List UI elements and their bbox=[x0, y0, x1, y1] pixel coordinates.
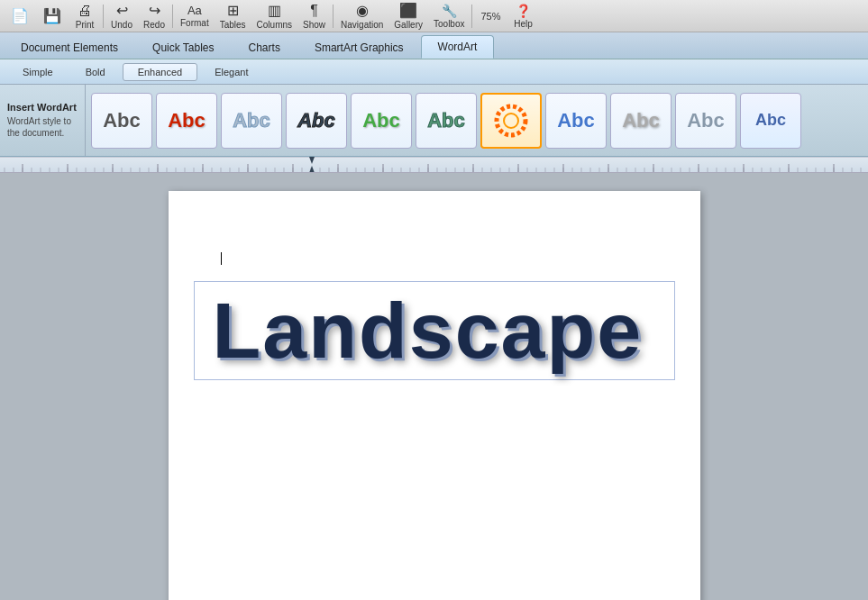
style-tab-elegant[interactable]: Elegant bbox=[199, 63, 263, 81]
show-button[interactable]: ¶ Show bbox=[297, 1, 331, 32]
gallery-label: Gallery bbox=[394, 20, 423, 30]
wordart-style-11[interactable]: Abc bbox=[740, 93, 801, 149]
tables-label: Tables bbox=[220, 20, 246, 30]
navigation-icon: ◉ bbox=[356, 2, 369, 19]
orange-ring-icon bbox=[492, 102, 530, 140]
gallery-button[interactable]: ⬛ Gallery bbox=[388, 1, 428, 32]
wordart-style-5-label: Abc bbox=[362, 109, 400, 132]
wordart-style-8[interactable]: Abc bbox=[545, 93, 607, 149]
tables-icon: ⊞ bbox=[227, 2, 239, 19]
tab-smartart-graphics[interactable]: SmartArt Graphics bbox=[297, 35, 421, 59]
zoom-button[interactable]: 75% bbox=[474, 1, 507, 32]
columns-button[interactable]: ▥ Columns bbox=[251, 1, 297, 32]
redo-label: Redo bbox=[143, 20, 165, 30]
tab-quick-tables[interactable]: Quick Tables bbox=[135, 35, 231, 59]
help-button[interactable]: ❓ Help bbox=[507, 1, 539, 32]
style-tab-enhanced[interactable]: Enhanced bbox=[123, 63, 198, 81]
svg-rect-6 bbox=[0, 157, 868, 173]
redo-button[interactable]: ↪ Redo bbox=[138, 1, 170, 32]
wordart-style-9-label: Abc bbox=[622, 109, 660, 132]
wordart-style-1-label: Abc bbox=[103, 109, 141, 132]
save-icon: 💾 bbox=[43, 7, 61, 24]
toolbox-label: Toolbox bbox=[434, 19, 464, 29]
help-label: Help bbox=[514, 19, 533, 29]
style-tab-simple[interactable]: Simple bbox=[7, 63, 69, 81]
undo-label: Undo bbox=[111, 20, 132, 30]
wordart-sidebar-title: Insert WordArt bbox=[7, 102, 78, 113]
wordart-style-6[interactable]: Abc bbox=[416, 93, 477, 149]
tables-button[interactable]: ⊞ Tables bbox=[215, 1, 251, 32]
wordart-style-tabs: Simple Bold Enhanced Elegant bbox=[0, 59, 868, 85]
wordart-style-11-label: Abc bbox=[755, 111, 786, 130]
format-icon: Aa bbox=[187, 4, 202, 17]
main-content: Landscape bbox=[0, 173, 868, 600]
print-icon: 🖨 bbox=[78, 3, 92, 19]
separator-4 bbox=[471, 5, 472, 28]
wordart-panel: Insert WordArt WordArt style to the docu… bbox=[0, 85, 868, 157]
toolbox-icon: 🔧 bbox=[442, 4, 457, 18]
tab-document-elements[interactable]: Document Elements bbox=[4, 35, 135, 59]
svg-point-0 bbox=[497, 106, 525, 135]
toolbox-button[interactable]: 🔧 Toolbox bbox=[428, 1, 470, 32]
format-button[interactable]: Aa Format bbox=[175, 1, 215, 32]
separator-2 bbox=[172, 5, 173, 28]
wordart-sidebar: Insert WordArt WordArt style to the docu… bbox=[0, 85, 86, 156]
navigation-label: Navigation bbox=[341, 20, 383, 30]
separator-3 bbox=[333, 5, 333, 28]
new-icon: 📄 bbox=[11, 7, 29, 24]
show-icon: ¶ bbox=[310, 3, 318, 19]
text-cursor bbox=[221, 252, 222, 265]
undo-icon: ↩ bbox=[116, 2, 128, 19]
wordart-style-4-label: Abc bbox=[297, 109, 335, 132]
print-label: Print bbox=[76, 20, 95, 30]
undo-button[interactable]: ↩ Undo bbox=[105, 1, 138, 32]
tab-charts[interactable]: Charts bbox=[232, 35, 297, 59]
new-button[interactable]: 📄 bbox=[4, 1, 36, 32]
ribbon-tabs: Document Elements Quick Tables Charts Sm… bbox=[0, 32, 868, 59]
columns-label: Columns bbox=[257, 20, 292, 30]
toolbar: 📄 💾 🖨 Print ↩ Undo ↪ Redo Aa Format ⊞ Ta… bbox=[0, 0, 868, 32]
wordart-style-4[interactable]: Abc bbox=[286, 93, 347, 149]
wordart-style-5[interactable]: Abc bbox=[351, 93, 412, 149]
wordart-style-9[interactable]: Abc bbox=[610, 93, 672, 149]
save-button[interactable]: 💾 bbox=[36, 1, 69, 32]
print-button[interactable]: 🖨 Print bbox=[69, 1, 101, 32]
style-tab-bold[interactable]: Bold bbox=[70, 63, 121, 81]
svg-point-1 bbox=[504, 114, 518, 128]
format-label: Format bbox=[180, 18, 209, 28]
wordart-style-10-label: Abc bbox=[687, 109, 725, 132]
wordart-container[interactable]: Landscape bbox=[194, 281, 675, 380]
wordart-style-8-label: Abc bbox=[557, 109, 595, 132]
wordart-style-1[interactable]: Abc bbox=[91, 93, 152, 149]
wordart-style-2-label: Abc bbox=[168, 109, 206, 132]
redo-icon: ↪ bbox=[149, 2, 160, 19]
zoom-value: 75% bbox=[480, 11, 500, 22]
wordart-style-2[interactable]: Abc bbox=[156, 93, 217, 149]
help-icon: ❓ bbox=[516, 4, 531, 18]
tab-wordart[interactable]: WordArt bbox=[421, 35, 495, 59]
navigation-button[interactable]: ◉ Navigation bbox=[335, 1, 388, 32]
columns-icon: ▥ bbox=[268, 2, 281, 19]
wordart-style-3-label: Abc bbox=[233, 109, 270, 132]
wordart-style-10[interactable]: Abc bbox=[675, 93, 736, 149]
wordart-text: Landscape bbox=[213, 291, 656, 370]
gallery-icon: ⬛ bbox=[399, 2, 417, 19]
wordart-sidebar-desc: WordArt style to the document. bbox=[7, 115, 78, 139]
show-label: Show bbox=[303, 20, 325, 30]
ruler bbox=[0, 157, 868, 173]
separator bbox=[103, 5, 104, 28]
wordart-style-3[interactable]: Abc bbox=[221, 93, 282, 149]
wordart-style-6-label: Abc bbox=[427, 109, 465, 132]
document-page: Landscape bbox=[169, 191, 700, 600]
wordart-style-7[interactable] bbox=[480, 93, 542, 149]
wordart-styles-gallery: Abc Abc Abc Abc Abc Abc bbox=[86, 85, 868, 156]
